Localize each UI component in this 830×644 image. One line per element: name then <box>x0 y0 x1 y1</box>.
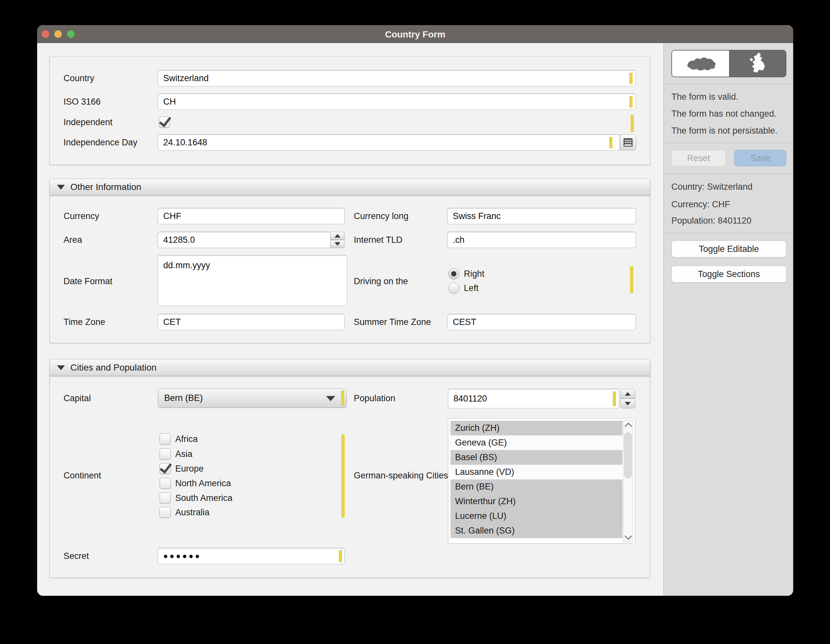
population-spinner-down[interactable] <box>620 398 635 408</box>
scrollbar-thumb[interactable] <box>624 433 632 478</box>
currency-input[interactable]: CHF <box>158 208 345 224</box>
country-caret-marker <box>629 73 633 84</box>
independence-day-caret-marker <box>609 137 612 148</box>
switzerland-tab[interactable] <box>672 51 729 76</box>
cities-title: Cities and Population <box>70 362 157 373</box>
up-arrow-icon <box>334 234 341 238</box>
cities-header[interactable]: Cities and Population <box>50 360 650 376</box>
driving-left-radio[interactable] <box>448 282 459 293</box>
continent-asia-checkbox[interactable] <box>160 449 171 460</box>
date-picker-button[interactable] <box>620 134 636 151</box>
continent-africa-label: Africa <box>175 435 198 444</box>
tld-value: .ch <box>453 235 464 245</box>
list-item[interactable]: Lucerne (LU) <box>450 509 622 523</box>
up-arrow-icon <box>625 392 630 396</box>
iso-input[interactable]: CH <box>158 94 636 110</box>
country-switcher <box>672 50 786 77</box>
secret-caret-marker <box>339 550 342 562</box>
list-item[interactable]: St. Gallen (SG) <box>450 523 622 538</box>
timezone-label: Time Zone <box>63 318 105 327</box>
sidebar: The form is valid. The form has not chan… <box>664 43 793 596</box>
continent-north-america-checkbox[interactable] <box>160 478 171 489</box>
capital-marker <box>341 390 344 405</box>
switzerland-map-icon <box>683 54 717 74</box>
summary-currency: Currency: CHF <box>672 200 730 209</box>
date-format-textarea[interactable]: dd.mm.yyyy <box>158 255 347 306</box>
continent-africa-checkbox[interactable] <box>160 433 171 444</box>
driving-label: Driving on the <box>354 277 408 286</box>
area-spinner-down[interactable] <box>330 240 345 248</box>
summer-timezone-label: Summer Time Zone <box>354 318 431 327</box>
independent-checkbox[interactable] <box>159 117 170 128</box>
list-item-label: Lausanne (VD) <box>455 467 514 477</box>
driving-right-radio[interactable] <box>448 268 459 279</box>
list-item[interactable]: Zurich (ZH) <box>450 421 622 435</box>
form-persistable-status: The form is not persistable. <box>672 126 778 136</box>
country-form-window: Country Form Country Switzerland ISO 316… <box>37 25 793 596</box>
toggle-editable-button[interactable]: Toggle Editable <box>672 241 786 257</box>
continent-south-america-checkbox[interactable] <box>160 492 171 504</box>
summer-timezone-value: CEST <box>453 317 476 327</box>
other-information-header[interactable]: Other Information <box>50 179 650 195</box>
list-item[interactable]: Basel (BS) <box>450 450 622 465</box>
list-item[interactable]: Geneva (GE) <box>450 435 622 450</box>
continent-australia-checkbox[interactable] <box>160 507 171 518</box>
list-item-label: Zurich (ZH) <box>455 423 500 433</box>
summary-country: Country: Switzerland <box>672 182 752 192</box>
population-value: 8401120 <box>453 394 487 404</box>
timezone-value: CET <box>163 317 181 327</box>
reset-button[interactable]: Reset <box>672 150 726 166</box>
title-bar: Country Form <box>37 25 793 43</box>
area-input[interactable]: 41285.0 <box>158 232 345 248</box>
driving-left-label: Left <box>464 284 478 293</box>
list-item-label: Winterthur (ZH) <box>455 496 516 506</box>
list-item[interactable]: Winterthur (ZH) <box>450 494 622 509</box>
independence-day-label: Independence Day <box>63 138 138 147</box>
save-button[interactable]: Save <box>734 150 786 166</box>
divider <box>664 233 793 233</box>
area-value: 41285.0 <box>163 235 195 245</box>
scroll-up-icon <box>625 423 632 430</box>
summer-timezone-input[interactable]: CEST <box>447 314 636 330</box>
independence-day-value: 24.10.1648 <box>163 138 207 148</box>
continent-europe-checkbox[interactable] <box>160 463 171 474</box>
form-valid-status: The form is valid. <box>672 92 738 102</box>
divider <box>664 84 793 84</box>
list-scrollbar[interactable] <box>623 420 633 542</box>
collapse-icon <box>57 365 65 370</box>
capital-label: Capital <box>63 394 91 403</box>
date-format-label: Date Format <box>63 277 112 286</box>
driving-right-label: Right <box>464 270 485 278</box>
continent-north-america-label: North America <box>175 479 231 488</box>
country-input[interactable]: Switzerland <box>158 70 636 86</box>
population-label: Population <box>354 394 396 403</box>
dropdown-arrow-icon <box>326 396 335 401</box>
capital-select[interactable]: Bern (BE) <box>158 389 347 408</box>
german-cities-list: Zurich (ZH) Geneva (GE) Basel (BS) Lausa… <box>448 418 635 544</box>
iso-caret-marker <box>629 96 633 108</box>
collapse-icon <box>57 185 65 190</box>
independence-day-input[interactable]: 24.10.1648 <box>158 134 620 151</box>
toggle-sections-button[interactable]: Toggle Sections <box>672 266 786 282</box>
secret-input[interactable]: ●●●●●● <box>158 548 345 564</box>
population-input[interactable]: 8401120 <box>448 389 619 408</box>
list-item-label: Geneva (GE) <box>455 438 507 448</box>
currency-long-label: Currency long <box>354 212 409 220</box>
uk-tab[interactable] <box>729 51 786 76</box>
country-label: Country <box>63 74 95 83</box>
area-spinner-up[interactable] <box>330 232 345 240</box>
continent-marker <box>341 435 345 517</box>
list-item[interactable]: Lausanne (VD) <box>450 465 622 479</box>
driving-marker <box>630 266 633 293</box>
list-item[interactable]: Bern (BE) <box>450 479 622 494</box>
summary-population: Population: 8401120 <box>672 216 751 226</box>
tld-input[interactable]: .ch <box>447 232 636 248</box>
area-label: Area <box>63 236 82 244</box>
window-title: Country Form <box>37 29 793 40</box>
independent-label: Independent <box>63 118 112 127</box>
currency-long-input[interactable]: Swiss Franc <box>447 208 636 224</box>
population-spinner-up[interactable] <box>620 389 635 398</box>
timezone-input[interactable]: CET <box>158 314 345 330</box>
down-arrow-icon <box>625 402 630 405</box>
secret-value: ●●●●●● <box>163 552 201 561</box>
